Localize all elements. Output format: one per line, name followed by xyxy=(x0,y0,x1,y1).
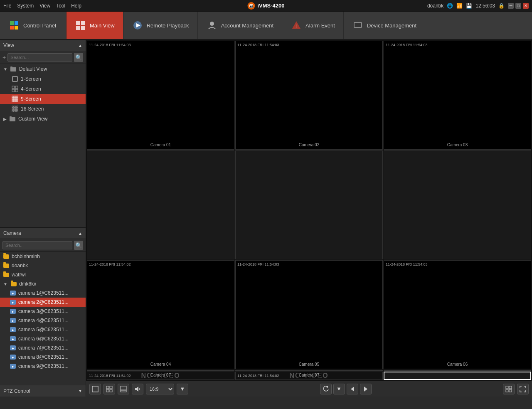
svg-rect-20 xyxy=(12,86,15,89)
folder-icon-watrwl xyxy=(3,273,9,277)
video-cell-10[interactable] xyxy=(87,370,234,371)
video-cell-7[interactable]: 11-24-2018 FRI 11:54:02 Camera 04 xyxy=(87,260,234,369)
svg-rect-29 xyxy=(16,98,18,100)
prev-button[interactable] xyxy=(347,384,358,394)
view-search-input[interactable] xyxy=(7,53,72,62)
menu-tool[interactable]: Tool xyxy=(56,3,65,9)
svg-rect-3 xyxy=(15,21,18,25)
svg-rect-51 xyxy=(92,386,98,392)
svg-marker-61 xyxy=(364,387,367,392)
clock: 12:56:03 xyxy=(475,3,495,9)
svg-rect-49 xyxy=(10,117,15,121)
tab-main-view[interactable]: Main View xyxy=(66,12,123,39)
video-cell-13[interactable]: 11-24-2018 FRI 11:54:02 NO VIDEO Camera … xyxy=(87,372,234,380)
audio-button[interactable] xyxy=(132,384,143,394)
tab-account-management[interactable]: Account Management xyxy=(198,12,282,39)
camera-label-9: camera 9@C623511... xyxy=(18,363,69,369)
camera-label-3: camera 3@C623511... xyxy=(18,308,69,314)
camera-group-label-watrwl: watrwl xyxy=(12,272,26,278)
ptz-bar: PTZ Control ▼ xyxy=(0,385,86,397)
tab-remote-playback[interactable]: Remote Playback xyxy=(123,12,198,39)
svg-rect-8 xyxy=(76,26,80,30)
view-search-button[interactable]: 🔍 xyxy=(74,53,83,62)
camera-group-doanbk[interactable]: doanbk xyxy=(0,261,86,270)
camera-group-dmk6kx[interactable]: ▼ dmk6kx xyxy=(0,279,86,288)
video-cell-3[interactable]: 11-24-2018 FRI 11:54:03 Camera 03 xyxy=(384,41,531,150)
folder-grid-icon xyxy=(10,66,17,72)
svg-rect-9 xyxy=(81,26,85,30)
camera-item-3[interactable]: camera 3@C623511... xyxy=(0,307,86,316)
video-cell-2[interactable]: 11-24-2018 FRI 11:54:03 Camera 02 xyxy=(235,41,383,150)
tree-label-default-view: Default View xyxy=(19,66,47,72)
tree-item-16screen[interactable]: 16-Screen xyxy=(0,104,86,114)
aspect-dropdown-button[interactable]: ▼ xyxy=(177,384,188,394)
tab-remote-playback-label: Remote Playback xyxy=(147,22,189,29)
ptz-label: PTZ Control xyxy=(3,388,30,394)
camera-item-1[interactable]: camera 1@C623511... xyxy=(0,288,86,298)
svg-rect-33 xyxy=(12,106,13,107)
svg-rect-44 xyxy=(17,109,18,111)
app-icon: 📷 xyxy=(247,2,255,10)
camera-group-bchbinhminh[interactable]: bchbinhminh xyxy=(0,252,86,261)
svg-rect-52 xyxy=(106,386,109,389)
video-cell-14[interactable]: 11-24-2018 FRI 11:54:02 NO VIDEO Camera … xyxy=(235,372,383,380)
menu-system[interactable]: System xyxy=(17,3,34,9)
tree-item-default-view[interactable]: ▼ Default View xyxy=(0,64,86,74)
layout-button[interactable] xyxy=(503,384,515,394)
menu-view[interactable]: View xyxy=(39,3,50,9)
tab-control-panel[interactable]: Control Panel xyxy=(0,12,66,39)
refresh-button[interactable] xyxy=(320,384,332,394)
sidebar: View ▲ + 🔍 ▼ Default View 1-Screen 4-Scr… xyxy=(0,40,86,397)
camera-item-5[interactable]: camera 5@C623511... xyxy=(0,325,86,334)
svg-rect-63 xyxy=(509,386,512,389)
camera-collapse-button[interactable]: ▲ xyxy=(78,231,82,236)
tree-item-9screen[interactable]: 9-Screen xyxy=(0,94,86,104)
next-button[interactable] xyxy=(360,384,372,394)
single-screen-button[interactable] xyxy=(89,384,101,394)
svg-text:!: ! xyxy=(296,24,297,29)
close-button[interactable]: ✕ xyxy=(523,3,529,9)
ptz-expand-arrow[interactable]: ▼ xyxy=(78,389,82,393)
camera-item-9[interactable]: camera 9@C623511... xyxy=(0,362,86,371)
video-cell-8[interactable]: 11-24-2018 FRI 11:54:03 Camera 05 xyxy=(235,260,383,369)
camera-item-6[interactable]: camera 6@C623511... xyxy=(0,334,86,343)
camera-label-7: camera 7@C623511... xyxy=(18,345,69,351)
custom-screen-button[interactable] xyxy=(118,384,129,394)
view-collapse-button[interactable]: ▲ xyxy=(78,43,82,48)
video-cell-6[interactable] xyxy=(384,150,531,259)
video-cell-9[interactable]: 11-24-2018 FRI 11:54:03 Camera 06 xyxy=(384,260,531,369)
camera-search-button[interactable]: 🔍 xyxy=(74,241,83,250)
camera-search-input[interactable] xyxy=(2,241,72,249)
video-cell-15[interactable] xyxy=(384,372,531,380)
maximize-button[interactable]: □ xyxy=(515,3,521,9)
video-cell-11[interactable] xyxy=(235,370,383,371)
view-tree: ▼ Default View 1-Screen 4-Screen xyxy=(0,64,86,227)
minimize-button[interactable]: ─ xyxy=(508,3,514,9)
tree-item-1screen[interactable]: 1-Screen xyxy=(0,74,86,84)
video-cell-12[interactable] xyxy=(384,370,531,371)
refresh-dropdown-button[interactable]: ▼ xyxy=(333,384,345,394)
svg-rect-31 xyxy=(14,100,16,102)
video-cell-5[interactable] xyxy=(235,150,383,259)
camera-item-2[interactable]: camera 2@C623511... xyxy=(0,298,86,307)
add-view-button[interactable]: + xyxy=(2,54,6,61)
aspect-ratio-select[interactable]: 16:9 4:3 Original xyxy=(146,384,174,394)
video-cell-1[interactable]: 11-24-2018 FRI 11:54:03 Camera 01 xyxy=(87,41,234,150)
camera-item-4[interactable]: camera 4@C623511... xyxy=(0,316,86,325)
tab-alarm-event[interactable]: ! Alarm Event xyxy=(282,12,344,39)
camera-group-watrwl[interactable]: watrwl xyxy=(0,270,86,279)
quad-screen-button[interactable] xyxy=(103,384,115,394)
camera-label-8: camera 8@C623511... xyxy=(18,354,69,360)
fullscreen-button[interactable] xyxy=(517,384,529,394)
camera-group-label-dmk6kx: dmk6kx xyxy=(19,281,36,287)
camera-item-8[interactable]: camera 8@C623511... xyxy=(0,352,86,362)
menu-file[interactable]: File xyxy=(3,3,11,9)
camera-item-7[interactable]: camera 7@C623511... xyxy=(0,343,86,352)
video-cell-4[interactable] xyxy=(87,150,234,259)
menu-help[interactable]: Help xyxy=(71,3,81,9)
custom-view-icon xyxy=(9,116,16,122)
view-section-header: View ▲ xyxy=(0,40,86,51)
tree-item-4screen[interactable]: 4-Screen xyxy=(0,84,86,94)
tree-item-custom-view[interactable]: ▶ Custom View xyxy=(0,114,86,124)
tab-device-management[interactable]: Device Management xyxy=(344,12,425,39)
